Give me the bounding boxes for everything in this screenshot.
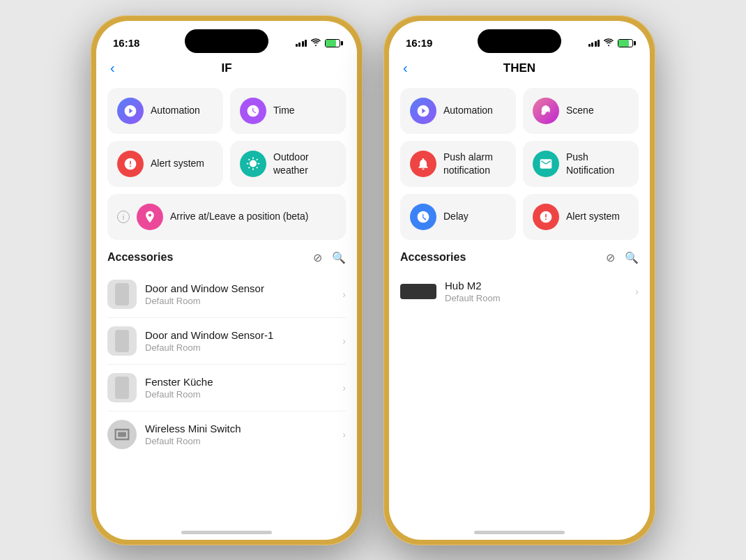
content-left: Automation Time Alert system — [96, 81, 357, 527]
automation-icon-right — [410, 98, 436, 124]
push-alarm-icon-right — [410, 151, 436, 177]
content-right: Automation Scene Push alarm notification — [389, 81, 650, 527]
time-right: 16:19 — [406, 37, 432, 49]
back-button-left[interactable]: ‹ — [110, 60, 115, 76]
item-subtitle-3: Default Room — [145, 436, 342, 446]
chevron-3: › — [342, 429, 346, 440]
item-subtitle-1: Default Room — [145, 342, 342, 353]
list-item-1[interactable]: Door and Window Sensor-1 Default Room › — [107, 318, 346, 365]
arrive-icon-left — [137, 204, 163, 230]
accessories-header-left: Accessories ⊘ 🔍 — [107, 251, 346, 264]
battery-icon-right — [618, 39, 633, 47]
home-indicator-right — [474, 531, 565, 534]
list-item-3[interactable]: Wireless Mini Switch Default Room › — [107, 411, 346, 457]
list-item-0[interactable]: Door and Window Sensor Default Room › — [107, 271, 346, 318]
card-push-alarm-right[interactable]: Push alarm notification — [400, 141, 516, 187]
automation-label-left: Automation — [151, 104, 200, 116]
cards-grid-right: Automation Scene Push alarm notification — [400, 88, 639, 240]
item-icon-2 — [107, 373, 137, 402]
chevron-hub: › — [635, 286, 639, 297]
item-subtitle-0: Default Room — [145, 296, 342, 306]
accessories-section-icons-left: ⊘ 🔍 — [313, 251, 346, 264]
item-name-2: Fenster Küche — [145, 376, 342, 388]
arrive-label-left: Arrive at/Leave a position (beta) — [170, 210, 308, 222]
dynamic-island-right — [478, 29, 561, 53]
accessories-list-right: Hub M2 Default Room › — [400, 271, 639, 312]
nav-title-left: IF — [221, 61, 231, 75]
phone-right: 16:19 ‹ THEN — [383, 15, 655, 545]
cards-grid-left: Automation Time Alert system — [107, 88, 346, 240]
accessories-list-left: Door and Window Sensor Default Room › Do… — [107, 271, 346, 457]
item-name-hub: Hub M2 — [445, 280, 635, 292]
push-notif-label-right: Push Notification — [566, 151, 629, 176]
list-item-2[interactable]: Fenster Küche Default Room › — [107, 365, 346, 411]
item-name-0: Door and Window Sensor — [145, 282, 342, 294]
time-label-left: Time — [273, 104, 295, 116]
time-left: 16:18 — [113, 37, 139, 49]
scene-label-right: Scene — [566, 104, 594, 116]
alert-label-right: Alert system — [566, 210, 620, 222]
card-alert-left[interactable]: Alert system — [107, 141, 223, 187]
battery-icon-left — [325, 39, 340, 47]
alert-icon-right — [533, 204, 559, 230]
chevron-1: › — [342, 335, 346, 347]
item-icon-3 — [107, 420, 137, 449]
card-scene-right[interactable]: Scene — [523, 88, 639, 134]
card-push-notif-right[interactable]: Push Notification — [523, 141, 639, 187]
push-alarm-label-right: Push alarm notification — [443, 151, 506, 176]
status-icons-right — [588, 38, 634, 49]
card-weather-left[interactable]: Outdoor weather — [230, 141, 346, 187]
nav-bar-right: ‹ THEN — [389, 56, 650, 81]
accessories-section-icons-right: ⊘ 🔍 — [606, 251, 639, 264]
nav-bar-left: ‹ IF — [96, 56, 357, 81]
item-subtitle-hub: Default Room — [445, 293, 635, 303]
filter-icon-left[interactable]: ⊘ — [313, 251, 322, 264]
signal-icon-left — [296, 40, 307, 47]
item-icon-1 — [107, 326, 137, 356]
home-indicator-left — [181, 531, 272, 534]
card-automation-left[interactable]: Automation — [107, 88, 223, 134]
wifi-icon-right — [603, 38, 614, 49]
card-alert-right[interactable]: Alert system — [523, 194, 639, 240]
card-time-left[interactable]: Time — [230, 88, 346, 134]
nav-title-right: THEN — [503, 61, 535, 75]
card-arrive-left[interactable]: i Arrive at/Leave a position (beta) — [107, 194, 346, 240]
accessories-title-left: Accessories — [107, 251, 173, 264]
filter-icon-right[interactable]: ⊘ — [606, 251, 615, 264]
list-item-hub[interactable]: Hub M2 Default Room › — [400, 271, 639, 312]
delay-label-right: Delay — [443, 210, 469, 222]
scene-icon-right — [533, 98, 559, 124]
card-delay-right[interactable]: Delay — [400, 194, 516, 240]
time-icon-left — [240, 98, 266, 124]
item-name-1: Door and Window Sensor-1 — [145, 329, 342, 341]
item-name-3: Wireless Mini Switch — [145, 423, 342, 434]
weather-icon-left — [240, 151, 266, 177]
phone-left: 16:18 ‹ IF — [91, 15, 363, 545]
automation-label-right: Automation — [443, 104, 493, 116]
delay-icon-right — [410, 204, 436, 230]
alert-icon-left — [117, 151, 144, 177]
automation-icon-left — [117, 98, 144, 124]
search-icon-right[interactable]: 🔍 — [625, 251, 639, 264]
signal-icon-right — [588, 40, 600, 47]
accessories-title-right: Accessories — [400, 251, 466, 264]
wifi-icon-left — [310, 38, 321, 49]
item-subtitle-2: Default Room — [145, 389, 342, 400]
chevron-0: › — [342, 289, 346, 300]
dynamic-island-left — [185, 29, 268, 53]
back-button-right[interactable]: ‹ — [403, 60, 408, 76]
item-icon-0 — [107, 280, 137, 309]
alert-label-left: Alert system — [151, 157, 204, 169]
item-icon-hub — [400, 284, 436, 299]
accessories-header-right: Accessories ⊘ 🔍 — [400, 251, 639, 264]
card-automation-right[interactable]: Automation — [400, 88, 516, 134]
search-icon-left[interactable]: 🔍 — [332, 251, 346, 264]
push-notif-icon-right — [533, 151, 559, 177]
chevron-2: › — [342, 382, 346, 393]
status-icons-left — [296, 38, 341, 49]
info-badge-left: i — [117, 211, 130, 223]
weather-label-left: Outdoor weather — [273, 151, 336, 176]
